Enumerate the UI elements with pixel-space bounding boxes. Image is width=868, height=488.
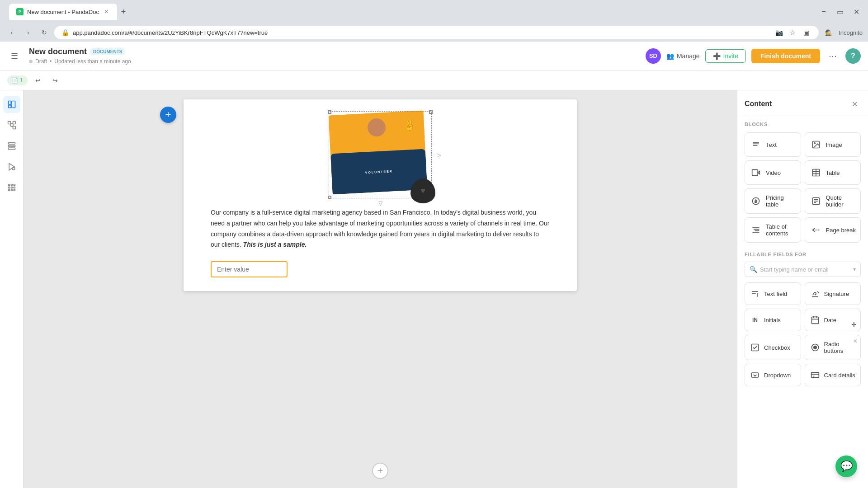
block-pricing-table[interactable]: Pricing table — [745, 188, 801, 214]
sidebar-icon[interactable]: ▣ — [801, 27, 811, 38]
svg-rect-8 — [8, 145, 15, 146]
text-block-label: Text — [766, 141, 777, 148]
resize-handle-right[interactable]: ▷ — [437, 152, 441, 158]
svg-point-17 — [8, 189, 9, 191]
status-text: Draft — [35, 58, 47, 65]
doc-title-area: New document DOCUMENTS Draft • Updated l… — [29, 47, 131, 65]
doc-status: Draft • Updated less than a minute ago — [29, 58, 131, 65]
italic-text: This is just a sample. — [243, 241, 307, 248]
finish-document-button[interactable]: Finish document — [751, 49, 820, 63]
chat-icon: 💬 — [840, 460, 853, 472]
fillable-dropdown[interactable]: Dropdown — [745, 364, 801, 386]
radio-close-icon[interactable]: ✕ — [853, 338, 858, 344]
initials-label: Initials — [764, 317, 781, 324]
svg-line-48 — [817, 291, 819, 293]
search-dropdown-icon: ▾ — [853, 266, 856, 272]
tab-close-button[interactable]: ✕ — [103, 8, 110, 15]
url-text: app.pandadoc.com/a/#/documents/2UzYiBKr8… — [73, 29, 770, 36]
back-button[interactable]: ‹ — [5, 26, 18, 39]
text-field-icon — [750, 288, 760, 299]
fillable-initials[interactable]: IN Initials — [745, 309, 801, 331]
block-text[interactable]: Text — [745, 132, 801, 157]
document-paragraph: Our company is a full-service digital ma… — [211, 207, 550, 250]
fillable-section-label: FILLABLE FIELDS FOR — [745, 252, 861, 257]
document-image: ✌ VOLUNTEER ♥ ▷ ▽ — [330, 113, 430, 197]
fillable-date[interactable]: Date ✛ — [805, 309, 861, 331]
doc-badge: DOCUMENTS — [90, 48, 125, 55]
sidebar-apps-button[interactable] — [3, 179, 20, 196]
tab-title: New document - PandaDoc — [27, 9, 99, 15]
checkbox-label: Checkbox — [764, 344, 790, 351]
fillable-card-details[interactable]: Card details — [805, 364, 861, 386]
fillable-signature[interactable]: Signature — [805, 282, 861, 305]
fillable-radio-buttons[interactable]: Radio buttons ✕ — [805, 335, 861, 360]
browser-tab[interactable]: P New document - PandaDoc ✕ — [9, 4, 117, 20]
radio-buttons-label: Radio buttons — [824, 341, 856, 354]
sidebar-elements-button[interactable] — [3, 117, 20, 134]
left-sidebar — [0, 90, 24, 488]
corner-handle-bl[interactable] — [328, 196, 331, 199]
panel-close-button[interactable]: ✕ — [848, 98, 861, 110]
header-actions: SD 👥 Manage ➕ Invite Finish document ⋯ ? — [646, 48, 861, 64]
search-icon: 🔍 — [750, 266, 757, 273]
sidebar-fields-button[interactable] — [3, 137, 20, 155]
block-table[interactable]: Table — [805, 160, 861, 185]
invite-icon: ➕ — [713, 52, 721, 60]
user-avatar-button[interactable]: SD — [646, 48, 661, 64]
block-video[interactable]: Video — [745, 160, 801, 185]
svg-point-15 — [11, 187, 12, 188]
dropdown-label: Dropdown — [764, 372, 791, 379]
resize-handle-bottom[interactable]: ▽ — [378, 200, 382, 206]
svg-point-11 — [8, 184, 9, 186]
sidebar-variables-button[interactable] — [3, 158, 20, 175]
status-separator: • — [50, 58, 52, 65]
image-block-icon — [810, 138, 822, 151]
corner-handle-tl[interactable] — [328, 110, 331, 114]
manage-button[interactable]: 👥 Manage — [666, 52, 700, 60]
refresh-button[interactable]: ↻ — [38, 26, 51, 39]
fillable-text-field[interactable]: Text field — [745, 282, 801, 305]
window-minimize-button[interactable]: − — [817, 5, 830, 18]
invite-button[interactable]: ➕ Invite — [705, 49, 746, 63]
pricing-table-block-label: Pricing table — [766, 194, 796, 208]
sidebar-pages-button[interactable] — [3, 96, 20, 113]
svg-rect-2 — [12, 101, 15, 108]
new-tab-button[interactable]: + — [117, 5, 130, 18]
date-label: Date — [824, 317, 836, 324]
address-bar[interactable]: 🔒 app.pandadoc.com/a/#/documents/2UzYiBK… — [54, 26, 819, 39]
block-quote-builder[interactable]: Quote builder — [805, 188, 861, 214]
page-icon: 📄 — [12, 77, 19, 84]
date-cursor-icon: ✛ — [851, 321, 857, 328]
add-content-button[interactable]: + — [372, 463, 388, 479]
block-image[interactable]: Image — [805, 132, 861, 157]
chat-bubble-button[interactable]: 💬 — [835, 455, 857, 477]
pricing-table-block-icon — [750, 195, 762, 207]
radio-buttons-icon — [810, 342, 821, 353]
hamburger-button[interactable]: ☰ — [7, 49, 22, 63]
undo-button[interactable]: ↩ — [31, 74, 45, 87]
svg-rect-9 — [8, 148, 15, 149]
redo-button[interactable]: ↪ — [48, 74, 62, 87]
window-close-button[interactable]: ✕ — [850, 5, 863, 18]
svg-rect-10 — [12, 168, 14, 170]
block-page-break[interactable]: Page break — [805, 217, 861, 243]
fillable-search-bar[interactable]: 🔍 Start typing name or email ▾ — [745, 262, 861, 277]
camera-icon[interactable]: 📷 — [774, 27, 784, 38]
panel-header: Content ✕ — [737, 90, 868, 116]
document-input-field[interactable] — [211, 261, 288, 277]
page-break-block-icon — [810, 224, 822, 236]
help-button[interactable]: ? — [845, 48, 861, 64]
corner-handle-tr[interactable] — [429, 110, 433, 114]
toc-block-icon — [750, 224, 762, 236]
add-content-floating-button[interactable]: + — [160, 107, 176, 123]
star-icon[interactable]: ☆ — [787, 27, 798, 38]
card-details-label: Card details — [824, 372, 855, 379]
svg-rect-5 — [13, 127, 15, 129]
video-block-label: Video — [766, 169, 781, 176]
fillable-checkbox[interactable]: Checkbox — [745, 335, 801, 360]
more-options-button[interactable]: ⋯ — [826, 49, 840, 63]
window-restore-button[interactable]: ▭ — [834, 5, 846, 18]
block-table-of-contents[interactable]: Table of contents — [745, 217, 801, 243]
fillable-fields-grid: Text field Signature — [745, 282, 861, 386]
forward-button[interactable]: › — [22, 26, 34, 39]
